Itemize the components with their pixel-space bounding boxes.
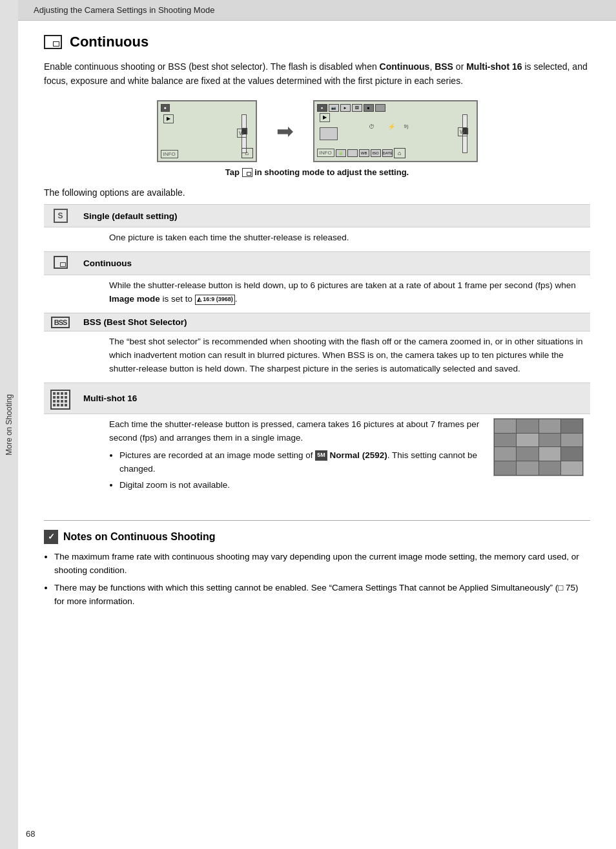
option-row-cont-header: Continuous [44,252,590,275]
lcd-left-top: ● [161,104,253,112]
lcd-middle: ▶ W [161,112,253,148]
intro-text-start: Enable continuous shooting or BSS (best … [44,61,380,72]
lcd-play-icon-r: ▶ [320,113,330,122]
option-icon-single: S [44,205,77,227]
lcd-top-icons: ● 📷 ► 🖼 ■ [317,104,385,112]
cont-desc-icon: ◭ 16:9 (3968) [195,295,235,305]
options-table: S Single (default setting) One picture i… [44,204,590,501]
option-row-cont-desc: While the shutter-release button is held… [44,275,590,313]
notes-title-text: Notes on Continuous Shooting [63,531,216,543]
lcd-icon-3: ► [340,104,351,112]
notes-list: The maximum frame rate with continuous s… [54,550,590,609]
lcd-cont-icon [320,127,338,140]
option-desc-single: One picture is taken each time the shutt… [77,227,590,252]
diagram-row: ● ▶ W INFO ⌂ [44,100,590,162]
option-label-bss: BSS (Best Shot Selector) [77,313,590,331]
multishot-grid [494,419,583,476]
multi-normal: Normal (2592) [329,450,387,460]
mc13 [53,404,56,406]
option-desc-multi: Each time the shutter-release button is … [77,414,590,501]
intro-paragraph: Enable continuous shooting or BSS (best … [44,59,590,89]
multi-bullet-1: Pictures are recorded at an image mode s… [119,449,483,476]
intro-bold3: Multi-shot 16 [466,61,522,72]
cell-5 [495,434,516,447]
multishot-text: Each time the shutter-release button is … [109,418,483,495]
cell-12 [561,447,582,461]
lcd-camera-icon: ● [161,104,170,112]
intro-bold2: BSS [435,61,453,72]
lcd-b1: 🔋 [336,149,346,157]
option-icon-cont [44,252,77,275]
lcd-play-icon: ▶ [163,114,174,123]
option-desc-cont: While the shutter-release button is held… [77,275,590,313]
bss-icon: BSS [51,317,70,328]
option-label-multi: Multi-shot 16 [77,383,590,414]
notes-checkmark-icon: ✓ [44,530,58,544]
diagram-caption: Tap in shooting mode to adjust the setti… [44,167,590,178]
cell-11 [539,447,560,461]
lcd-home-left: ⌂ [241,148,253,158]
option-icon-multi [44,383,77,414]
option-label-cont: Continuous [77,252,590,275]
lcd-w-icon-r: W [458,127,467,136]
lcd-timer-icon: ⏱ [369,123,375,130]
multi-bullets: Pictures are recorded at an image mode s… [119,449,483,492]
lcd-icon-6 [375,104,385,112]
content-area: Continuous Enable continuous shooting or… [18,21,616,849]
mc5 [53,396,56,399]
cell-13 [495,461,516,475]
option-desc-bss: The “best shot selector” is recommended … [77,331,590,383]
lcd-b5: DATE [382,149,393,157]
lcd-icon-5: ■ [364,104,374,112]
mc8 [65,396,67,399]
cell-1 [495,419,516,433]
lcd-info-r: INFO [317,149,334,157]
option-icon-bss: BSS [44,313,77,331]
section-title: Continuous [44,34,590,50]
mc6 [57,396,59,399]
side-tab: More on Shooting [0,0,18,849]
multishot-preview-image [493,418,584,476]
option-row-single-desc: One picture is taken each time the shutt… [44,227,590,252]
continuous-icon [54,256,68,269]
header-bar: Adjusting the Camera Settings in Shootin… [18,0,616,21]
cont-desc-rest: is set to [160,294,195,304]
lcd-bottom-icons: INFO 🔋 WB ISO DATE ⌂ [317,148,406,158]
notes-section: ✓ Notes on Continuous Shooting The maxim… [44,520,590,609]
lcd-left-bottom: INFO ⌂ [161,148,253,158]
option-row-bss-header: BSS BSS (Best Shot Selector) [44,313,590,331]
note-item-2: There may be functions with which this s… [54,582,590,609]
section-title-text: Continuous [70,34,149,50]
multishot-icon [50,390,70,410]
diagram-right: ● 📷 ► 🖼 ■ ▶ ⏱ ⚡ 9) [313,100,478,162]
lcd-right-bottom: INFO 🔋 WB ISO DATE ⌂ [317,148,474,158]
caption-icon [242,168,252,177]
cell-3 [539,419,560,433]
lcd-flash-icon: ⚡ [388,123,395,130]
lcd-b3: WB [359,149,369,157]
cell-4 [561,419,582,433]
option-label-single: Single (default setting) [77,205,590,227]
multi-bullet-2: Digital zoom is not available. [119,479,483,492]
option-row-multi-desc: Each time the shutter-release button is … [44,414,590,501]
mc10 [57,400,59,403]
cont-desc-bold: Image mode [109,294,160,304]
cell-9 [495,447,516,461]
cell-14 [517,461,538,475]
lcd-w-icon: W [237,129,247,138]
mc14 [57,404,59,406]
lcd-icon-4: 🖼 [352,104,362,112]
diagram-left: ● ▶ W INFO ⌂ [157,100,257,162]
mc15 [61,404,63,406]
intro-sep2: or [453,61,466,72]
continuous-title-icon [44,35,62,49]
mc16 [65,404,67,406]
cell-8 [561,434,582,447]
cont-desc-end: . [235,294,238,304]
lcd-icon-1: ● [317,104,327,112]
cont-desc-text: While the shutter-release button is held… [109,280,576,290]
cell-2 [517,419,538,433]
page-number: 68 [26,829,35,839]
mc7 [61,396,63,399]
lcd-right-top: ● 📷 ► 🖼 ■ [317,104,474,112]
